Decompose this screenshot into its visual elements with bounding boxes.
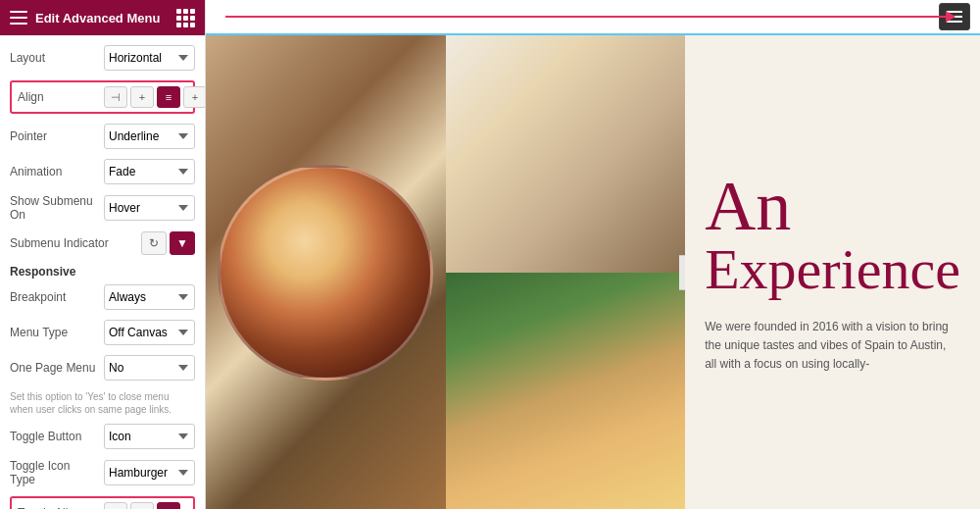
align-center-button[interactable]: +: [130, 86, 154, 108]
toggle-align-row: Toggle Align ⊣ + ≡: [10, 496, 195, 509]
align-active-button[interactable]: ≡: [157, 86, 180, 108]
food-image-top-right: [446, 35, 686, 273]
show-submenu-select[interactable]: Hover Click: [104, 195, 195, 221]
breakpoint-row: Breakpoint Always Desktop Tablet Mobile: [10, 284, 195, 310]
toggle-align-right-button[interactable]: ≡: [157, 502, 180, 509]
submenu-indicator-arrow-button[interactable]: ▼: [170, 231, 195, 255]
pointer-select[interactable]: Underline None Overline: [104, 124, 195, 149]
panel-title: Edit Advanced Menu: [35, 11, 160, 25]
align-left-button[interactable]: ⊣: [104, 86, 127, 108]
pointer-row: Pointer Underline None Overline: [10, 124, 195, 149]
animation-select[interactable]: Fade Slide None: [104, 159, 195, 184]
main-dish-overlay: [218, 165, 433, 381]
hamburger-icon: [10, 11, 27, 25]
apps-icon[interactable]: [176, 9, 195, 27]
layout-label: Layout: [10, 51, 98, 65]
toggle-icon-type-select[interactable]: Hamburger Arrow Cross: [104, 460, 195, 485]
submenu-indicator-buttons: ↻ ▼: [141, 231, 195, 255]
toggle-button-row: Toggle Button Icon Text Icon + Text: [10, 424, 195, 449]
food-image-bottom-right: [446, 273, 686, 510]
submenu-indicator-rotate-button[interactable]: ↻: [141, 231, 167, 255]
content-area: ‹ An Experience We were founded in 2016 …: [206, 35, 980, 509]
toggle-icon-type-row: Toggle Icon Type Hamburger Arrow Cross: [10, 459, 195, 486]
responsive-section-header: Responsive: [10, 265, 195, 279]
animation-row: Animation Fade Slide None: [10, 159, 195, 184]
pointer-label: Pointer: [10, 129, 98, 143]
show-submenu-label: Show Submenu On: [10, 194, 98, 222]
collapse-panel-button[interactable]: ‹: [679, 255, 685, 290]
toggle-button-label: Toggle Button: [10, 430, 98, 443]
food-section: ‹: [206, 35, 685, 509]
one-page-menu-note: Set this option to 'Yes' to close menu w…: [10, 390, 195, 416]
layout-select[interactable]: Horizontal Vertical: [104, 45, 195, 71]
one-page-menu-label: One Page Menu: [10, 361, 98, 375]
align-row: Align ⊣ + ≡ +: [10, 80, 195, 114]
align-buttons: ⊣ + ≡ +: [104, 86, 206, 108]
show-submenu-row: Show Submenu On Hover Click: [10, 194, 195, 222]
align-label: Align: [18, 90, 104, 104]
heading-an: An: [705, 171, 960, 241]
panel-header-left: Edit Advanced Menu: [10, 11, 160, 25]
menu-type-row: Menu Type Off Canvas Dropdown Full Scree…: [10, 320, 195, 345]
align-right-button[interactable]: +: [183, 86, 206, 108]
body-text: We were founded in 2016 with a vision to…: [705, 318, 960, 375]
toggle-align-buttons: ⊣ + ≡: [104, 502, 180, 509]
text-section: An Experience We were founded in 2016 wi…: [685, 35, 980, 509]
toggle-icon-type-label: Toggle Icon Type: [10, 459, 98, 486]
breakpoint-label: Breakpoint: [10, 290, 98, 304]
breakpoint-select[interactable]: Always Desktop Tablet Mobile: [104, 284, 195, 310]
heading-experience: Experience: [705, 241, 960, 298]
arrow-indicator: [225, 16, 946, 18]
arrow-head: [946, 11, 956, 23]
layout-row: Layout Horizontal Vertical: [10, 45, 195, 71]
toggle-button-select[interactable]: Icon Text Icon + Text: [104, 424, 195, 449]
left-panel: Edit Advanced Menu Layout Horizontal Ver…: [0, 0, 206, 509]
menu-type-select[interactable]: Off Canvas Dropdown Full Screen: [104, 320, 195, 345]
menu-type-label: Menu Type: [10, 326, 98, 339]
one-page-menu-select[interactable]: No Yes: [104, 355, 195, 381]
submenu-indicator-row: Submenu Indicator ↻ ▼: [10, 231, 195, 255]
submenu-indicator-label: Submenu Indicator: [10, 236, 135, 250]
one-page-menu-row: One Page Menu No Yes: [10, 355, 195, 381]
panel-header: Edit Advanced Menu: [0, 0, 205, 35]
form-body: Layout Horizontal Vertical Align ⊣ + ≡ +…: [0, 35, 205, 509]
toggle-align-left-button[interactable]: ⊣: [104, 502, 127, 509]
top-bar: [206, 0, 980, 35]
right-area: ‹ An Experience We were founded in 2016 …: [206, 0, 980, 509]
toggle-align-center-button[interactable]: +: [130, 502, 154, 509]
animation-label: Animation: [10, 165, 98, 178]
